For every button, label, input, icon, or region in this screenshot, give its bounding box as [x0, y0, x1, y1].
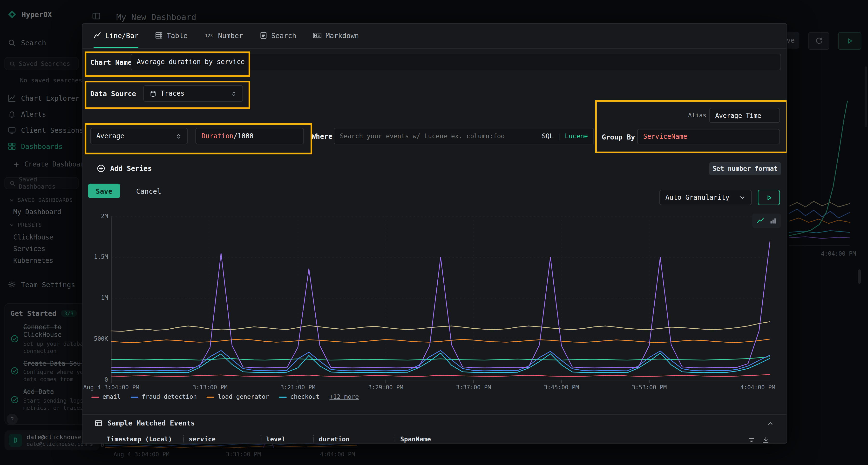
save-button[interactable]: Save [88, 184, 120, 198]
chart-name-input[interactable]: Average duration by service [131, 54, 781, 70]
set-number-format-button[interactable]: Set number format [709, 162, 781, 175]
granularity-select[interactable]: Auto Granularity [659, 190, 751, 205]
query-language-toggle[interactable]: SQL | Lucene [542, 132, 588, 140]
legend-dash-icon [131, 396, 138, 398]
column-header-spanname[interactable]: SpanName [400, 435, 431, 443]
column-separator [183, 435, 184, 443]
legend-dash-icon [91, 396, 99, 398]
y-tick-label: 1.5M [84, 254, 108, 260]
legend-item[interactable]: fraud-detection [131, 393, 197, 400]
x-tick-label: 3:13:00 PM [193, 384, 227, 391]
main-chart-svg [111, 217, 770, 383]
tab-markdown[interactable]: Markdown [313, 24, 359, 48]
table-icon [95, 419, 102, 427]
table-icon [155, 32, 163, 39]
cancel-button[interactable]: Cancel [136, 187, 161, 195]
x-tick-label: 3:53:00 PM [632, 384, 667, 391]
y-tick-label: 500K [84, 335, 108, 342]
document-list-icon [260, 32, 268, 39]
tab-search[interactable]: Search [260, 24, 296, 48]
chevron-up-icon[interactable] [767, 420, 774, 427]
alias-input[interactable]: Average Time [709, 108, 780, 123]
column-separator [261, 435, 261, 443]
chart-display-toggle [752, 213, 781, 228]
chevron-down-icon [739, 194, 746, 201]
text-cursor [249, 58, 250, 66]
legend-item[interactable]: load-generator [207, 393, 269, 400]
column-separator [313, 435, 314, 443]
where-search-field[interactable] [340, 132, 534, 140]
legend-more-link[interactable]: +12 more [329, 393, 359, 400]
data-source-label: Data Source [90, 90, 136, 98]
x-tick-label: Aug 4 3:04:00 PM [83, 384, 139, 391]
column-header-service[interactable]: service [189, 435, 216, 443]
screen: My New Dashboard Save 4:04:00 PM [0, 0, 868, 465]
data-source-select[interactable]: Traces [144, 85, 243, 102]
legend-item[interactable]: checkout [279, 393, 320, 400]
column-separator [395, 435, 395, 443]
legend-item[interactable]: email [91, 393, 121, 400]
svg-text:123: 123 [205, 33, 213, 38]
where-label: Where [312, 132, 333, 140]
x-tick-label: 4:04:00 PM [740, 384, 775, 391]
tab-line-bar[interactable]: Line/Bar [94, 24, 138, 48]
legend-dash-icon [279, 396, 287, 398]
column-header-duration[interactable]: duration [319, 435, 349, 443]
y-tick-label: 1M [84, 294, 108, 301]
markdown-icon [313, 32, 322, 39]
number-123-icon: 123 [204, 32, 214, 39]
x-tick-label: 3:45:00 PM [544, 384, 579, 391]
x-tick-label: 3:29:00 PM [368, 384, 403, 391]
alias-label: Alias [688, 112, 707, 119]
play-icon [765, 194, 773, 201]
group-by-input[interactable]: ServiceName [637, 129, 780, 144]
add-series-button[interactable]: Add Series [97, 164, 152, 172]
tab-number[interactable]: 123 Number [204, 24, 243, 48]
column-header-timestamp[interactable]: Timestamp (Local) [107, 435, 172, 443]
select-updown-icon [176, 133, 182, 139]
aggregation-select[interactable]: Average [90, 128, 188, 144]
column-header-level[interactable]: level [266, 435, 285, 443]
chart-editor-modal: Line/Bar Table 123 Number Search Markdow… [82, 23, 787, 443]
y-tick-label: 0 [84, 376, 108, 383]
x-tick-label: 3:21:00 PM [280, 384, 315, 391]
bar-chart-toggle-icon[interactable] [769, 217, 777, 224]
select-updown-icon [231, 90, 237, 96]
run-chart-button[interactable] [758, 190, 780, 205]
where-search-input[interactable]: SQL | Lucene [334, 128, 594, 144]
tab-table[interactable]: Table [155, 24, 188, 48]
section-divider [83, 414, 786, 415]
group-by-label: Group By [602, 133, 635, 141]
plus-circle-icon [97, 164, 105, 172]
legend-dash-icon [207, 396, 214, 398]
database-icon [150, 90, 157, 97]
sample-events-header[interactable]: Sample Matched Events [95, 419, 195, 427]
line-chart-icon [94, 32, 101, 39]
chart-legend: emailfraud-detectionload-generatorchecko… [91, 393, 359, 400]
field-expression-input[interactable]: Duration/1000 [195, 128, 304, 144]
filter-icon[interactable] [748, 436, 755, 443]
chart-type-tabs: Line/Bar Table 123 Number Search Markdow… [83, 24, 786, 49]
chart-name-label: Chart Name [90, 58, 132, 66]
download-icon[interactable] [762, 436, 769, 443]
x-tick-label: 3:37:00 PM [456, 384, 491, 391]
line-chart-toggle-icon[interactable] [757, 217, 765, 225]
y-tick-label: 2M [84, 212, 108, 219]
